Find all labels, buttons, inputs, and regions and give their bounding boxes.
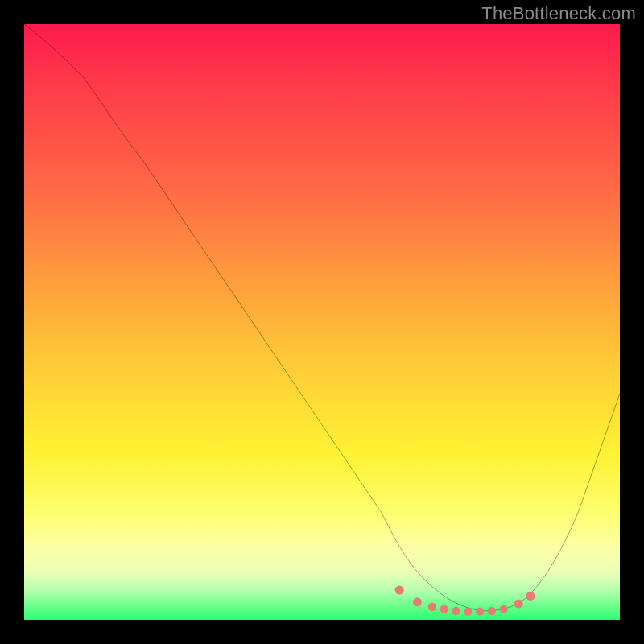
svg-point-5 <box>464 607 472 615</box>
svg-point-4 <box>452 607 460 615</box>
plot-area <box>24 24 620 620</box>
svg-point-8 <box>500 605 508 613</box>
svg-point-9 <box>514 599 523 608</box>
curve-layer <box>24 24 620 620</box>
svg-point-6 <box>476 607 484 615</box>
bottleneck-curve <box>24 24 620 611</box>
svg-point-2 <box>428 603 436 611</box>
svg-point-10 <box>526 592 535 601</box>
svg-point-0 <box>395 585 404 594</box>
watermark-text: TheBottleneck.com <box>481 3 636 24</box>
svg-point-3 <box>440 605 448 613</box>
trough-markers <box>395 585 535 615</box>
svg-point-7 <box>488 607 496 615</box>
chart-container: TheBottleneck.com <box>0 0 644 644</box>
svg-point-1 <box>413 597 422 606</box>
